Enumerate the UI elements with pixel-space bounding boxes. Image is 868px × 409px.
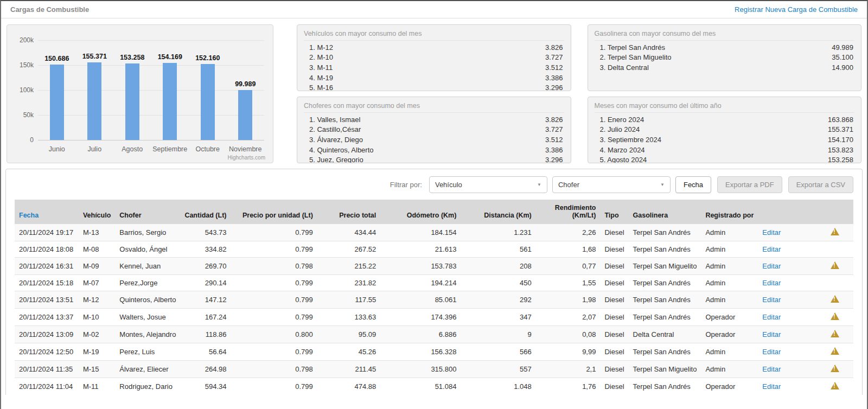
cell-tipo: Diesel [600,224,628,241]
cell-distancia: 347 [461,309,535,326]
cell-chofer: Álvarez, Eliecer [115,361,180,378]
table-row: 20/11/2024 12:50M-19Perez, Luis56.640.79… [15,343,853,361]
column-header: Distancia (Km) [461,200,535,224]
cell-actions: Editar [758,343,816,361]
edit-link[interactable]: Editar [762,262,781,270]
sort-by-fecha-link[interactable]: Fecha [19,212,39,219]
cell-rendimiento: 2,1 [536,361,601,378]
chart-gridline: 0 [38,140,264,140]
ranking-item-value: 3.512 [545,136,563,144]
warning-icon [831,295,839,303]
cell-vehiculo: M-02 [79,326,115,343]
bar-column: 155.371 [76,40,114,140]
ranking-item-label: 2. Julio 2024 [600,125,640,133]
ranking-item-value: 3.727 [545,53,563,61]
edit-link[interactable]: Editar [762,228,781,237]
bar-data-label: 153.258 [120,54,144,61]
cell-odometro: 315.800 [380,361,461,378]
cell-actions: Editar [758,291,816,309]
ranking-item-label: 3. Septiembre 2024 [600,136,661,144]
ranking-item: 1. Valles, Ismael3.826 [304,114,564,125]
chevron-down-icon: ▼ [537,182,541,187]
edit-link[interactable]: Editar [762,348,781,356]
x-axis-label: Noviembre [227,145,265,153]
ranking-panels: Vehículos con mayor consumo del mes 1. M… [297,24,861,163]
date-filter-button[interactable]: Fecha [675,176,711,193]
export-csv-button[interactable]: Exportar a CSV [788,176,853,193]
cell-warning [816,275,853,291]
vehicle-filter-value: Vehículo [435,181,462,189]
panel-top-vehicles: Vehículos con mayor consumo del mes 1. M… [297,24,571,91]
cell-actions: Editar [758,309,816,326]
panel-title: Gasolinera con mayor consumo del mes [595,28,855,41]
bar-column: 152.160 [189,40,227,140]
ranking-item-label: 1. M-12 [309,43,333,52]
column-header: Cantidad (Lt) [180,200,231,224]
cell-distancia: 9 [461,326,535,343]
edit-link[interactable]: Editar [762,245,781,253]
warning-icon [831,228,839,235]
ranking-item: 3. Delta Central14.900 [595,62,855,73]
bar-column: 99.989 [227,40,265,140]
panel-top-gas-stations: Gasolinera con mayor consumo del mes 1. … [588,24,862,91]
cell-precio-unidad: 0.799 [231,378,317,395]
cell-gasolinera: Terpel San Miguelito [629,258,701,275]
edit-link[interactable]: Editar [762,279,781,287]
y-axis-tick-label: 200k [13,36,38,44]
cell-precio-total: 95.09 [317,326,380,343]
vehicle-filter-dropdown[interactable]: Vehículo ▼ [429,176,547,193]
bar-data-label: 150.686 [44,55,69,62]
edit-link[interactable]: Editar [762,382,781,391]
cell-precio-total: 45.26 [317,343,380,361]
column-header: Gasolinera [629,200,701,224]
edit-link[interactable]: Editar [762,313,781,321]
panel-title: Vehículos con mayor consumo del mes [304,28,564,41]
table-row: 20/11/2024 11:04M-11Rodriguez, Dario594.… [15,378,853,395]
cell-odometro: 174.396 [380,309,461,326]
cell-odometro: 21.613 [380,241,461,258]
bar-column: 153.258 [113,40,151,140]
ranking-item-label: 2. Castillo,César [309,125,361,133]
bar-septiembre [163,63,177,140]
ranking-item-value: 155.371 [828,125,853,133]
cell-vehiculo: M-07 [79,275,115,291]
cell-gasolinera: Terpel San Miguelito [629,361,701,378]
register-new-fuel-load-link[interactable]: Registrar Nueva Carga de Combustible [735,5,858,14]
cell-actions: Editar [758,275,816,291]
cell-fecha: 20/11/2024 13:09 [15,326,79,343]
bar-column: 150.686 [38,40,76,140]
cell-precio-unidad: 0.799 [231,309,317,326]
ranking-item: 4. M-193.386 [304,73,564,83]
fuel-loads-table-card: Filtrar por: Vehículo ▼ Chofer ▼ Fecha E… [5,169,863,395]
edit-link[interactable]: Editar [762,365,781,373]
cell-tipo: Diesel [600,258,628,275]
column-header: Odómetro (Km) [380,200,461,224]
cell-gasolinera: Terpel San Andrés [629,378,701,395]
driver-filter-dropdown[interactable]: Chofer ▼ [552,176,671,193]
ranking-item-label: 3. M-11 [309,63,333,72]
export-pdf-button[interactable]: Exportar a PDF [717,176,782,193]
table-row: 20/11/2024 13:37M-10Walters, Josue167.24… [15,309,853,326]
cell-fecha: 20/11/2024 12:50 [15,343,79,361]
cell-precio-total: 133.63 [317,309,380,326]
ranking-item: 3. Septiembre 2024154.170 [595,135,855,145]
cell-fecha: 20/11/2024 13:37 [15,309,79,326]
edit-link[interactable]: Editar [762,330,781,338]
ranking-item-value: 3.296 [545,84,563,91]
cell-registrado: Operador [701,309,758,326]
warning-icon [831,365,839,372]
cell-tipo: Diesel [600,343,628,361]
cell-actions: Editar [758,326,816,343]
warning-icon [831,261,839,269]
edit-link[interactable]: Editar [762,296,781,304]
cell-rendimiento: 2,07 [536,309,601,326]
x-axis-label: Julio [76,145,114,153]
column-header-fecha[interactable]: Fecha [15,200,79,224]
ranking-item-label: 1. Terpel San Andrés [600,43,665,52]
ranking-item-label: 1. Enero 2024 [600,116,644,124]
cell-actions: Editar [758,378,816,395]
cell-gasolinera: Terpel San Andrés [629,291,701,309]
bar-data-label: 154.169 [158,53,182,61]
cell-warning [816,361,853,378]
cell-rendimiento: 1,68 [536,241,601,258]
